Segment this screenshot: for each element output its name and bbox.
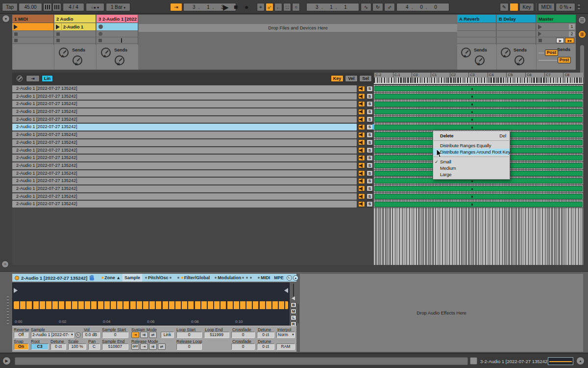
back-to-arrangement-mini-button[interactable]: |▶ — [556, 38, 564, 43]
clip-slot[interactable] — [497, 37, 536, 44]
zone-row-label[interactable]: 2-Audio 1 [2022-07-27 135242] — [12, 108, 357, 115]
solo-button[interactable]: S — [367, 86, 373, 92]
zone-row-label[interactable]: 2-Audio 1 [2022-07-27 135242] — [12, 178, 357, 184]
time-signature-field[interactable]: 4 / 4 — [63, 3, 84, 11]
device-tab-zone[interactable]: Zone ▲ — [98, 274, 122, 282]
zone-range-area[interactable] — [374, 108, 583, 116]
zone-range-bar[interactable] — [374, 109, 583, 114]
clip-slot[interactable] — [457, 31, 496, 37]
piano-keyboard[interactable] — [374, 78, 583, 84]
link-button[interactable]: Link — [161, 332, 174, 338]
clip-slot-clip[interactable]: 2-Audio 1 — [54, 23, 96, 31]
zone-range-bar[interactable] — [374, 102, 583, 107]
clip-slot[interactable] — [497, 31, 536, 37]
vol-field[interactable]: 0.0 dB — [82, 332, 100, 338]
audition-speaker-button[interactable] — [358, 147, 365, 153]
scene-slot[interactable]: 2 — [537, 31, 576, 37]
crossfade-field[interactable]: 0 — [231, 332, 255, 338]
zone-row[interactable]: 2-Audio 1 [2022-07-27 135242]S — [12, 100, 583, 108]
menu-item[interactable]: Distribute Ranges Around Root Key — [433, 149, 510, 155]
device-tab-filter-global[interactable]: Filter/Global — [174, 274, 212, 282]
sel-zone-tab[interactable]: Sel — [359, 75, 372, 82]
solo-button[interactable]: S — [367, 116, 373, 122]
menu-item[interactable]: ✓Small — [433, 158, 510, 165]
zone-row-label[interactable]: 2-Audio 1 [2022-07-27 135242] — [12, 101, 357, 107]
new-button[interactable]: + — [257, 3, 265, 11]
zone-range-area[interactable] — [374, 200, 583, 208]
menu-item[interactable]: Large — [433, 171, 510, 178]
clip-slot[interactable] — [97, 37, 138, 44]
zone-range-bar[interactable] — [374, 86, 583, 91]
clip-slot[interactable] — [97, 31, 138, 37]
stop-all-row[interactable]: |▶ ▶■ — [537, 37, 576, 44]
sample-select-field[interactable]: 2-Audio 1 [2022-07-▼ — [31, 332, 74, 338]
clip-slot-record[interactable] — [97, 23, 138, 31]
loop-length-display[interactable]: 4. 0. 0 — [396, 3, 449, 11]
return-track-a[interactable]: A Reverb Sends A B — [457, 15, 496, 70]
zone-range-bar[interactable] — [374, 194, 583, 199]
tempo-field[interactable]: 45.00 — [19, 3, 42, 11]
solo-button[interactable]: S — [367, 101, 373, 107]
solo-button[interactable]: S — [367, 170, 373, 176]
zone-range-area[interactable] — [374, 193, 583, 201]
start-marker-icon[interactable] — [14, 288, 18, 293]
capture-midi-button[interactable]: ⛶ — [283, 3, 291, 11]
zone-row[interactable]: 2-Audio 1 [2022-07-27 135242]S — [12, 185, 583, 193]
track-2-audio[interactable]: 2 Audio 2-Audio 1 Sends A B — [54, 15, 96, 70]
zone-row[interactable]: 2-Audio 1 [2022-07-27 135242]S — [12, 116, 583, 124]
sustain-mode-pingpong-button[interactable]: ⇄ — [149, 332, 157, 338]
zone-range-area[interactable] — [374, 93, 583, 101]
audition-speaker-button[interactable] — [358, 116, 365, 122]
zone-row-label[interactable]: 2-Audio 1 [2022-07-27 135242] — [12, 155, 357, 161]
draw-mode-button[interactable]: ✎ — [500, 3, 509, 11]
solo-button[interactable]: S — [367, 178, 373, 184]
clip-slot-playing[interactable] — [12, 23, 53, 31]
zone-row-label[interactable]: 2-Audio 1 [2022-07-27 135242] — [12, 131, 357, 138]
punch-in-button[interactable]: ∿ — [361, 3, 371, 11]
clip-slot[interactable] — [12, 37, 53, 44]
preview-play-button[interactable]: ▶ — [2, 357, 11, 365]
save-sample-icon[interactable]: ● — [293, 275, 298, 281]
device-activator-led[interactable] — [15, 276, 19, 280]
master-header[interactable]: Master — [537, 15, 576, 23]
zone-range-bar[interactable] — [374, 125, 583, 130]
end-marker-icon[interactable] — [284, 288, 288, 293]
detune-field[interactable]: 0 ct — [50, 343, 66, 350]
auto-select-icon[interactable] — [17, 76, 23, 81]
snap-field[interactable]: On — [14, 343, 28, 350]
nudge-up-button[interactable] — [52, 3, 61, 11]
audio-effects-drop-area[interactable]: Drop Audio Effects Here — [300, 274, 583, 352]
audition-speaker-button[interactable] — [358, 155, 365, 161]
zone-row[interactable]: 2-Audio 1 [2022-07-27 135242]S — [12, 123, 583, 131]
audition-speaker-button[interactable] — [358, 178, 365, 184]
solo-button[interactable]: S — [367, 93, 373, 99]
zone-row[interactable]: 2-Audio 1 [2022-07-27 135242]S — [12, 193, 583, 201]
device-tab-mpe[interactable]: MPE — [272, 274, 286, 282]
clip-slot[interactable] — [12, 31, 53, 37]
zone-row-label[interactable]: 2-Audio 1 [2022-07-27 135242] — [12, 139, 357, 146]
solo-button[interactable]: S — [367, 139, 373, 145]
device-tab-sample[interactable]: Sample — [122, 274, 142, 282]
crossfade-field[interactable]: 0 — [231, 343, 255, 350]
browser-toggle-button[interactable]: ▼ — [2, 15, 10, 23]
midi-map-button[interactable]: MIDI — [538, 3, 555, 11]
clip-waveform-thumbnail[interactable] — [548, 357, 573, 365]
device-tab-pitch-osc[interactable]: Pitch/Osc — [142, 274, 174, 282]
stop-button[interactable]: ■ — [234, 3, 238, 11]
zone-range-bar[interactable] — [374, 202, 583, 207]
scene-slot[interactable]: 1 — [537, 23, 576, 31]
menu-item[interactable]: Medium — [433, 165, 510, 171]
zone-row[interactable]: 2-Audio 1 [2022-07-27 135242]S — [12, 108, 583, 116]
sample-start-field[interactable]: 0 — [102, 332, 128, 338]
clip-slot[interactable] — [457, 23, 496, 31]
audition-speaker-button[interactable] — [358, 193, 365, 199]
lin-mode-button[interactable]: Lin — [42, 75, 53, 82]
zone-row-label[interactable]: 2-Audio 1 [2022-07-27 135242] — [12, 193, 357, 200]
cpu-load-meter[interactable]: 0 % ▾ — [556, 3, 575, 11]
arrangement-view-toggle[interactable] — [578, 16, 586, 24]
release-mode-pingpong-button[interactable]: ⇄ — [158, 343, 166, 350]
ram-button[interactable]: RAM — [276, 343, 295, 350]
back-to-arrangement-button[interactable]: ← — [274, 3, 282, 11]
scene-number[interactable]: 1 — [569, 24, 575, 29]
solo-button[interactable]: S — [367, 162, 373, 168]
